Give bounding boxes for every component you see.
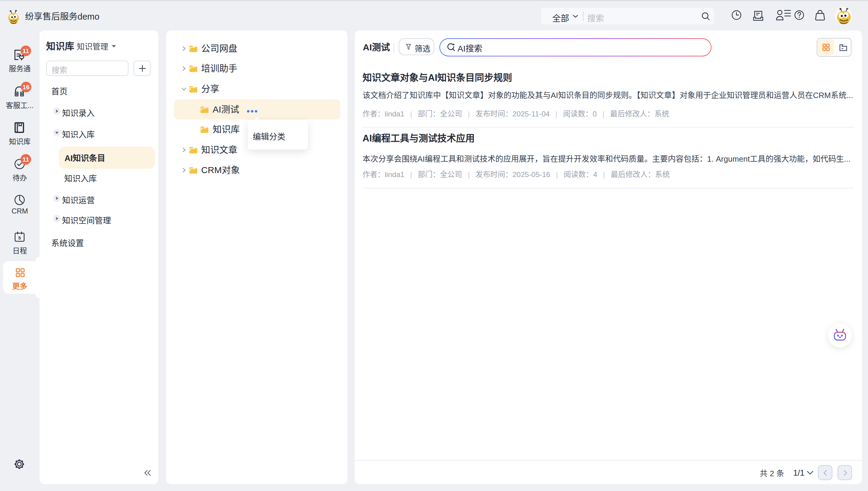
svg-text:5: 5	[19, 235, 21, 240]
